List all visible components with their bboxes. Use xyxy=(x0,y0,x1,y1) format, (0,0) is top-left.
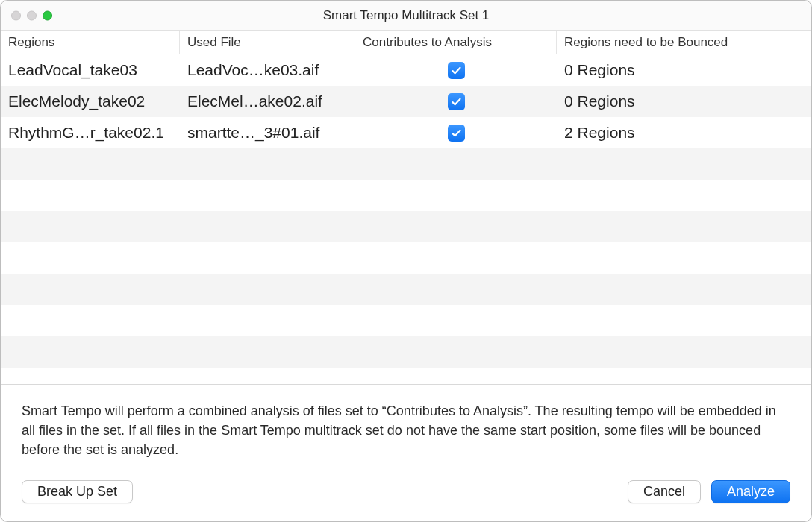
footer-panel: Smart Tempo will perform a combined anal… xyxy=(1,384,811,521)
table-header: Regions Used File Contributes to Analysi… xyxy=(1,31,811,54)
table-row-empty xyxy=(1,211,811,242)
region-name-cell: ElecMelody_take02 xyxy=(1,86,180,117)
bounce-cell: 0 Regions xyxy=(557,54,811,86)
table-row[interactable]: ElecMelody_take02ElecMel…ake02.aif0 Regi… xyxy=(1,86,811,117)
cancel-button[interactable]: Cancel xyxy=(628,480,701,503)
close-window-button[interactable] xyxy=(11,10,21,20)
table-row-empty xyxy=(1,148,811,180)
used-file-cell: LeadVoc…ke03.aif xyxy=(180,54,355,86)
multitrack-table: Regions Used File Contributes to Analysi… xyxy=(1,31,811,384)
contributes-checkbox[interactable] xyxy=(448,62,465,79)
contributes-checkbox[interactable] xyxy=(448,125,465,142)
contributes-cell xyxy=(355,117,557,148)
analyze-button[interactable]: Analyze xyxy=(711,480,790,503)
zoom-window-button[interactable] xyxy=(43,10,52,20)
minimize-window-button[interactable] xyxy=(27,10,37,20)
bounce-cell: 0 Regions xyxy=(557,86,811,117)
table-row-empty xyxy=(1,274,811,305)
region-name-cell: LeadVocal_take03 xyxy=(1,54,180,86)
smart-tempo-window: Smart Tempo Multitrack Set 1 Regions Use… xyxy=(0,0,812,522)
window-controls xyxy=(11,10,52,20)
table-row[interactable]: RhythmG…r_take02.1smartte…_3#01.aif2 Reg… xyxy=(1,117,811,148)
table-row[interactable]: LeadVocal_take03LeadVoc…ke03.aif0 Region… xyxy=(1,54,811,86)
window-title: Smart Tempo Multitrack Set 1 xyxy=(323,8,490,23)
used-file-cell: ElecMel…ake02.aif xyxy=(180,86,355,117)
column-header-bounce[interactable]: Regions need to be Bounced xyxy=(557,31,811,54)
table-row-empty xyxy=(1,336,811,368)
contributes-cell xyxy=(355,86,557,117)
table-body: LeadVocal_take03LeadVoc…ke03.aif0 Region… xyxy=(1,54,811,384)
table-row-empty xyxy=(1,305,811,336)
titlebar: Smart Tempo Multitrack Set 1 xyxy=(1,1,811,31)
table-row-empty xyxy=(1,180,811,211)
bounce-cell: 2 Regions xyxy=(557,117,811,148)
footer-description: Smart Tempo will perform a combined anal… xyxy=(22,401,790,459)
used-file-cell: smartte…_3#01.aif xyxy=(180,117,355,148)
footer-buttons: Break Up Set Cancel Analyze xyxy=(22,480,790,503)
column-header-used-file[interactable]: Used File xyxy=(180,31,355,54)
column-header-regions[interactable]: Regions xyxy=(1,31,180,54)
table-row-empty xyxy=(1,242,811,274)
contributes-cell xyxy=(355,54,557,86)
region-name-cell: RhythmG…r_take02.1 xyxy=(1,117,180,148)
column-header-contributes[interactable]: Contributes to Analysis xyxy=(355,31,557,54)
contributes-checkbox[interactable] xyxy=(448,93,465,110)
break-up-set-button[interactable]: Break Up Set xyxy=(22,480,133,503)
